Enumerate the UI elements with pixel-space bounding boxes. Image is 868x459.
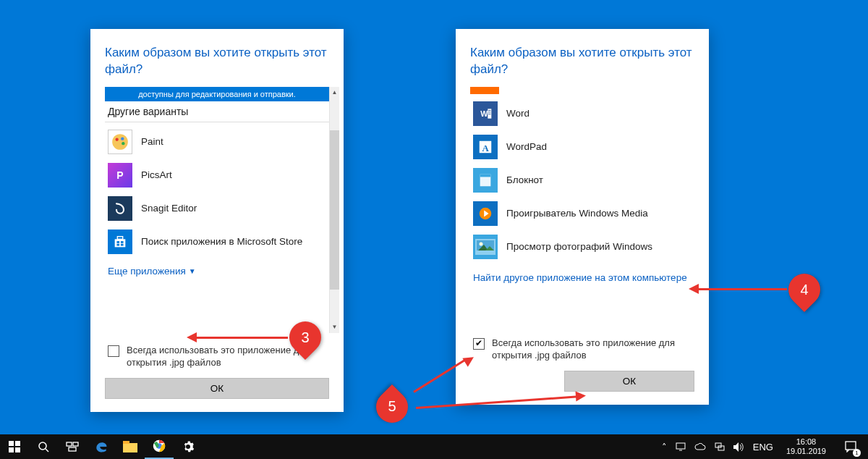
always-use-checkbox-checked[interactable]: ✔ [473, 338, 485, 350]
find-another-app-link[interactable]: Найти другое приложение на этом компьюте… [470, 264, 694, 286]
svg-rect-27 [9, 441, 14, 446]
app-row-snagit[interactable]: Snagit Editor [105, 192, 329, 225]
snagit-icon [108, 196, 132, 221]
scroll-thumb[interactable] [330, 130, 339, 290]
always-use-row[interactable]: ✔ Всегда использовать это приложение для… [470, 326, 694, 371]
arrow-head-icon [187, 332, 197, 342]
svg-rect-45 [846, 442, 856, 450]
svg-line-32 [46, 449, 48, 452]
tray-chevron-icon[interactable]: ˄ [662, 442, 667, 452]
clock-time: 16:08 [786, 437, 826, 447]
svg-text:A: A [482, 143, 489, 153]
explorer-icon[interactable] [116, 434, 145, 459]
svg-marker-44 [733, 442, 739, 452]
app-label: PicsArt [141, 169, 172, 180]
svg-point-1 [116, 138, 119, 140]
svg-text:W: W [480, 109, 488, 118]
notification-count: 1 [853, 449, 861, 457]
store-icon [108, 230, 132, 254]
app-row-paint[interactable]: Paint [105, 125, 329, 159]
edge-icon[interactable] [87, 434, 116, 459]
svg-rect-19 [480, 174, 491, 177]
app-label: Поиск приложения в Microsoft Store [141, 236, 302, 247]
app-label: Snagit Editor [141, 203, 197, 214]
word-icon: W [473, 101, 498, 126]
wmp-icon [473, 201, 498, 226]
app-row-notepad[interactable]: Блокнот [470, 164, 694, 197]
svg-point-0 [112, 134, 128, 150]
svg-rect-36 [123, 443, 137, 452]
partial-app-icon [470, 87, 499, 94]
svg-point-24 [480, 242, 483, 245]
paint-icon [108, 130, 132, 154]
recommended-hint: доступны для редактирования и отправки. [105, 87, 329, 101]
app-label: Блокнот [506, 174, 543, 185]
tray-network-icon[interactable] [715, 442, 725, 451]
svg-rect-14 [488, 111, 490, 112]
ok-button[interactable]: ОК [105, 378, 329, 399]
start-button[interactable] [0, 434, 29, 459]
svg-rect-28 [15, 441, 20, 446]
svg-rect-15 [488, 114, 490, 114]
arrow-head-icon [689, 284, 699, 294]
scroll-up-icon[interactable]: ▲ [330, 87, 339, 98]
tray-monitor-icon[interactable] [676, 442, 686, 451]
open-with-dialog-right: Каким образом вы хотите открыть этот фай… [456, 29, 709, 405]
app-label: WordPad [506, 141, 547, 152]
app-row-word[interactable]: W Word [470, 97, 694, 130]
annotation-balloon-4: 4 [782, 267, 827, 312]
tray-cloud-icon[interactable] [694, 443, 706, 451]
svg-rect-33 [67, 442, 72, 446]
svg-rect-30 [15, 447, 20, 452]
app-row-photoviewer[interactable]: Просмотр фотографий Windows [470, 230, 694, 264]
always-use-checkbox[interactable] [108, 345, 119, 357]
svg-rect-29 [9, 447, 14, 452]
app-row-msstore[interactable]: Поиск приложения в Microsoft Store [105, 225, 329, 258]
app-row-wmp[interactable]: Проигрыватель Windows Media [470, 197, 694, 230]
tray-volume-icon[interactable] [733, 442, 744, 452]
more-apps-label: Еще приложения [108, 266, 186, 277]
taskview-button[interactable] [58, 434, 87, 459]
svg-rect-9 [121, 244, 124, 246]
settings-icon[interactable] [174, 434, 203, 459]
svg-point-3 [122, 142, 124, 145]
svg-rect-34 [73, 442, 78, 446]
app-row-wordpad[interactable]: A WordPad [470, 130, 694, 164]
svg-rect-13 [488, 110, 490, 111]
svg-rect-5 [117, 237, 122, 240]
app-row-picsart[interactable]: P PicsArt [105, 159, 329, 192]
section-header: Другие варианты [105, 101, 329, 122]
picsart-icon: P [108, 163, 132, 188]
svg-rect-40 [676, 443, 685, 449]
always-use-label: Всегда использовать это приложение для о… [492, 337, 692, 362]
app-label: Проигрыватель Windows Media [506, 208, 648, 219]
chevron-down-icon: ▼ [189, 267, 196, 275]
svg-rect-8 [116, 244, 119, 246]
svg-point-2 [121, 137, 124, 140]
annotation-arrow-3 [195, 337, 288, 339]
app-label: Paint [141, 136, 163, 147]
app-label: Word [506, 108, 529, 119]
svg-rect-7 [121, 241, 124, 243]
svg-rect-37 [123, 441, 129, 444]
search-button[interactable] [29, 434, 58, 459]
taskbar-clock[interactable]: 16:08 19.01.2019 [782, 437, 830, 455]
notification-center[interactable]: 1 [839, 434, 862, 459]
photoviewer-icon [473, 235, 498, 259]
more-apps-link[interactable]: Еще приложения ▼ [105, 258, 199, 278]
wordpad-icon: A [473, 135, 498, 159]
annotation-balloon-5: 5 [370, 384, 414, 429]
chrome-icon[interactable] [145, 434, 174, 459]
app-label: Просмотр фотографий Windows [506, 241, 652, 252]
scrollbar[interactable]: ▲ ▼ [329, 87, 339, 333]
svg-point-31 [39, 442, 46, 450]
svg-rect-6 [116, 241, 119, 243]
svg-rect-4 [115, 239, 126, 247]
scroll-down-icon[interactable]: ▼ [330, 321, 339, 333]
ok-button[interactable]: ОК [564, 371, 694, 392]
dialog-title: Каким образом вы хотите открыть этот фай… [105, 45, 329, 78]
svg-rect-35 [69, 447, 76, 451]
language-indicator[interactable]: ENG [753, 442, 773, 452]
taskbar: ˄ ENG 16:08 19.01.2019 1 [0, 434, 868, 459]
clock-date: 19.01.2019 [786, 447, 826, 456]
